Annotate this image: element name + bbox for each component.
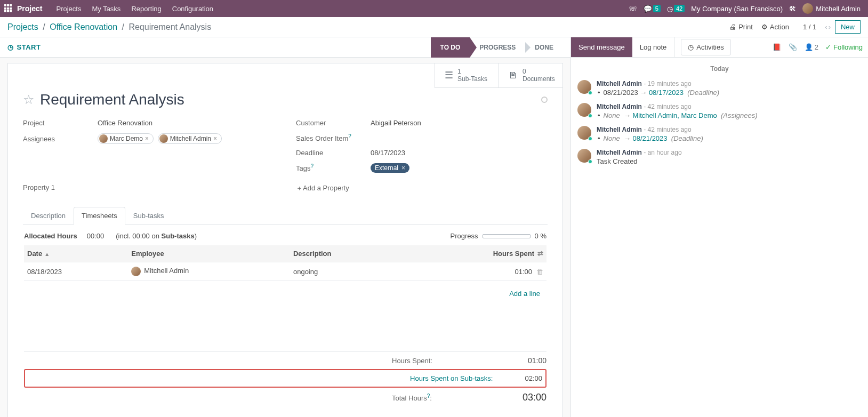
- stage-todo[interactable]: TO DO: [431, 37, 470, 58]
- add-property-button[interactable]: ＋Add a Property: [296, 183, 349, 193]
- print-button[interactable]: 🖨Print: [729, 23, 753, 31]
- field-tags[interactable]: External×: [371, 163, 548, 173]
- field-deadline[interactable]: 08/17/2023: [371, 149, 548, 157]
- kanban-state[interactable]: [541, 97, 548, 103]
- label-customer: Customer: [296, 119, 371, 127]
- sub-hours-value: 02:00: [525, 374, 542, 382]
- tab-timesheets[interactable]: Timesheets: [74, 207, 125, 224]
- label-project: Project: [23, 119, 98, 127]
- label-deadline: Deadline: [296, 149, 371, 157]
- stat-subtasks[interactable]: ☰ 1 Sub-Tasks: [435, 63, 499, 88]
- nav-projects[interactable]: Projects: [51, 5, 86, 13]
- user-name: Mitchell Admin: [816, 5, 861, 13]
- crumb-office-renovation[interactable]: Office Renovation: [50, 22, 117, 31]
- remove-icon[interactable]: ×: [401, 164, 405, 172]
- gear-icon: ⚙: [761, 23, 768, 31]
- table-row[interactable]: 08/18/2023 Mitchell Admin ongoing 01:00🗑: [24, 262, 546, 281]
- debug-icon[interactable]: 🛠: [789, 5, 796, 13]
- tab-description[interactable]: Description: [23, 207, 74, 224]
- col-employee[interactable]: Employee: [128, 245, 290, 262]
- chat-icon[interactable]: 💬5: [644, 5, 661, 13]
- activities-button[interactable]: ◷Activities: [681, 39, 730, 55]
- swap-icon[interactable]: ⇄: [537, 250, 543, 258]
- avatar-icon: [802, 3, 813, 14]
- clock-icon[interactable]: ◷42: [667, 5, 685, 13]
- followers-count[interactable]: 👤2: [805, 43, 818, 51]
- avatar-icon: [99, 134, 108, 143]
- stat-documents[interactable]: 🗎 0 Documents: [499, 63, 562, 88]
- record-title[interactable]: Requirement Analysis: [40, 91, 536, 108]
- pager: 1 / 1: [803, 23, 816, 31]
- add-line-button[interactable]: Add a line: [506, 285, 543, 302]
- field-project[interactable]: Office Renovation: [98, 119, 275, 127]
- allocated-hours-value[interactable]: 00:00: [87, 232, 105, 240]
- remove-icon[interactable]: ×: [145, 135, 149, 142]
- nav-mytasks[interactable]: My Tasks: [86, 5, 126, 13]
- avatar-icon: [131, 267, 141, 276]
- apps-icon[interactable]: [4, 4, 13, 13]
- avatar-icon: [159, 134, 168, 143]
- sort-asc-icon: ▲: [44, 251, 50, 257]
- log-link[interactable]: Mitchell Admin, Marc Demo: [633, 111, 717, 119]
- user-menu[interactable]: Mitchell Admin: [802, 3, 861, 14]
- print-icon: 🖨: [729, 23, 736, 31]
- pager-prev[interactable]: ‹: [825, 23, 827, 31]
- user-icon: 👤: [805, 43, 813, 51]
- field-assignees[interactable]: Marc Demo× Mitchell Admin×: [98, 133, 275, 145]
- sub-hours-label[interactable]: Hours Spent on Sub-tasks:: [410, 374, 493, 382]
- allocated-incl: (incl. 00:00 on Sub-tasks): [116, 232, 197, 240]
- cell-description[interactable]: ongoing: [290, 262, 403, 281]
- col-date[interactable]: Date▲: [24, 245, 128, 262]
- log-link[interactable]: 08/21/2023: [633, 134, 668, 142]
- log-entry: Mitchell Admin - an hour ago Task Create…: [577, 146, 862, 169]
- plus-icon: ＋: [296, 184, 303, 192]
- stage-progress[interactable]: PROGRESS: [470, 37, 525, 58]
- progress-percent: 0 %: [535, 232, 546, 240]
- stage-done[interactable]: DONE: [525, 37, 563, 58]
- presence-icon: [588, 91, 592, 95]
- cell-hours[interactable]: 01:00🗑: [403, 262, 546, 281]
- new-button[interactable]: New: [835, 20, 861, 34]
- crumb-projects[interactable]: Projects: [7, 22, 38, 31]
- action-button[interactable]: ⚙Action: [761, 23, 789, 31]
- label-property1: Property 1: [23, 183, 98, 191]
- subtasks-label: Sub-Tasks: [457, 75, 487, 83]
- assignee-chip[interactable]: Mitchell Admin×: [158, 133, 222, 144]
- remove-icon[interactable]: ×: [213, 135, 217, 142]
- clock-icon: ◷: [688, 43, 694, 51]
- hours-spent-label: Hours Spent:: [392, 357, 483, 365]
- total-hours-value: 03:00: [515, 392, 546, 403]
- following-button[interactable]: ✓Following: [825, 43, 863, 51]
- cell-date[interactable]: 08/18/2023: [24, 262, 128, 281]
- nav-reporting[interactable]: Reporting: [126, 5, 166, 13]
- clock-badge: 42: [674, 5, 685, 12]
- tag-chip[interactable]: External×: [371, 163, 409, 173]
- col-description[interactable]: Description: [290, 245, 403, 262]
- col-hours[interactable]: Hours Spent⇄: [403, 245, 546, 262]
- allocated-hours-label: Allocated Hours: [24, 232, 77, 240]
- company-switcher[interactable]: My Company (San Francisco): [691, 5, 783, 13]
- voip-icon[interactable]: ☏: [629, 5, 637, 13]
- field-customer[interactable]: Abigail Peterson: [371, 119, 548, 127]
- start-button[interactable]: ◷ START: [7, 43, 41, 51]
- chat-badge: 5: [653, 5, 661, 12]
- book-icon[interactable]: 📕: [773, 43, 781, 51]
- docs-count: 0: [523, 68, 555, 75]
- label-soi: Sales Order Item?: [296, 133, 371, 142]
- log-note-button[interactable]: Log note: [632, 37, 675, 57]
- assignee-chip[interactable]: Marc Demo×: [98, 133, 154, 144]
- pager-next[interactable]: ›: [829, 23, 831, 31]
- log-entry: Mitchell Admin - 42 minutes ago •None → …: [577, 123, 862, 146]
- subtasks-count: 1: [457, 68, 487, 75]
- app-brand[interactable]: Project: [17, 4, 42, 13]
- document-icon: 🗎: [509, 70, 518, 81]
- log-link[interactable]: 08/17/2023: [649, 89, 684, 97]
- attachment-icon[interactable]: 📎: [789, 43, 797, 51]
- star-icon[interactable]: ☆: [23, 92, 35, 107]
- send-message-button[interactable]: Send message: [571, 37, 632, 57]
- cell-employee[interactable]: Mitchell Admin: [128, 262, 290, 281]
- crumb-current: Requirement Analysis: [128, 22, 211, 31]
- tab-subtasks[interactable]: Sub-tasks: [125, 207, 172, 224]
- nav-configuration[interactable]: Configuration: [167, 5, 219, 13]
- delete-icon[interactable]: 🗑: [536, 268, 543, 276]
